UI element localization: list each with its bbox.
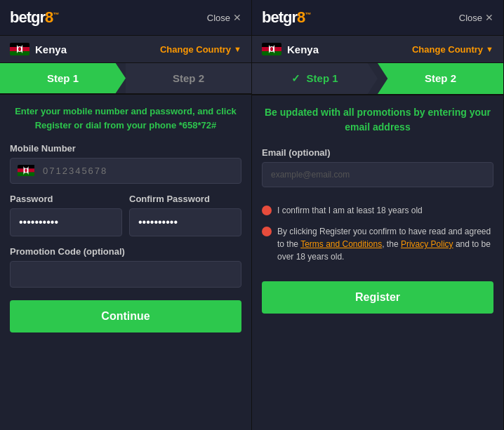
close-button-right[interactable]: Close ✕ [459,12,493,23]
mobile-label: Mobile Number [10,143,241,154]
country-name-right: Kenya [287,43,319,55]
terms-radio[interactable] [262,227,272,236]
password-label: Password [10,194,122,204]
svg-point-6 [18,47,21,51]
age-radio[interactable] [262,206,272,215]
instruction-text: Enter your mobile number and password, a… [10,105,241,132]
country-row-right: Kenya Change Country ▼ [252,36,503,63]
header-left: betgr8™ Close ✕ [0,0,251,36]
mobile-input-wrap [10,158,241,184]
panel-step1: betgr8™ Close ✕ Kenya Chang [0,0,252,430]
logo-right: betgr8™ [262,8,310,27]
register-button[interactable]: Register [262,281,493,314]
svg-point-20 [270,47,273,51]
age-confirm-text: I confirm that I am at least 18 years ol… [277,204,423,217]
content-left: Enter your mobile number and password, a… [0,95,251,430]
content-right: Be updated with all promotions by enteri… [252,95,503,430]
terms-link[interactable]: Terms and Conditions [300,239,382,249]
close-icon-left: ✕ [233,12,241,23]
email-label: Email (optional) [262,147,493,158]
promo-label: Promotion Code (optional) [10,246,241,257]
kenya-flag-left [10,43,29,55]
email-instruction: Be updated with all promotions by enteri… [262,105,493,135]
check-icon: ✓ [291,72,300,84]
step2-tab-left[interactable]: Step 2 [126,63,251,93]
steps-left: Step 1 Step 2 [0,63,251,95]
chevron-icon-left: ▼ [234,45,241,53]
password-row: Password Confirm Password [10,194,241,236]
age-confirm-row: I confirm that I am at least 18 years ol… [262,204,493,217]
country-name-left: Kenya [35,43,67,55]
steps-right: ✓ Step 1 Step 2 [252,63,503,95]
confirm-label: Confirm Password [129,194,241,204]
step1-tab-right[interactable]: ✓ Step 1 [252,63,378,94]
password-input[interactable] [10,208,122,236]
country-left: Kenya [10,43,67,55]
kenya-flag-input [18,165,37,177]
change-country-right[interactable]: Change Country ▼ [412,44,493,55]
chevron-icon-right: ▼ [486,45,493,53]
confirm-input[interactable] [129,208,241,236]
promo-input[interactable]: knboost [10,261,241,288]
continue-button[interactable]: Continue [10,300,241,332]
close-icon-right: ✕ [485,12,493,23]
close-button-left[interactable]: Close ✕ [207,12,241,23]
panel-step2: betgr8™ Close ✕ Kenya Chang [252,0,504,430]
privacy-link[interactable]: Privacy Policy [401,239,453,249]
change-country-left[interactable]: Change Country ▼ [160,44,241,55]
svg-point-13 [25,168,27,172]
email-input[interactable] [262,162,493,187]
step1-tab-left[interactable]: Step 1 [0,63,126,93]
country-right: Kenya [262,43,319,55]
password-group: Password [10,194,122,236]
country-row-left: Kenya Change Country ▼ [0,36,251,63]
mobile-input[interactable] [43,159,234,183]
confirm-group: Confirm Password [129,194,241,236]
kenya-flag-right [262,43,281,55]
header-right: betgr8™ Close ✕ [252,0,503,36]
logo-left: betgr8™ [10,8,58,27]
terms-text: By clicking Register you confirm to have… [277,225,493,263]
step2-tab-right[interactable]: Step 2 [378,63,503,94]
terms-row: By clicking Register you confirm to have… [262,225,493,263]
